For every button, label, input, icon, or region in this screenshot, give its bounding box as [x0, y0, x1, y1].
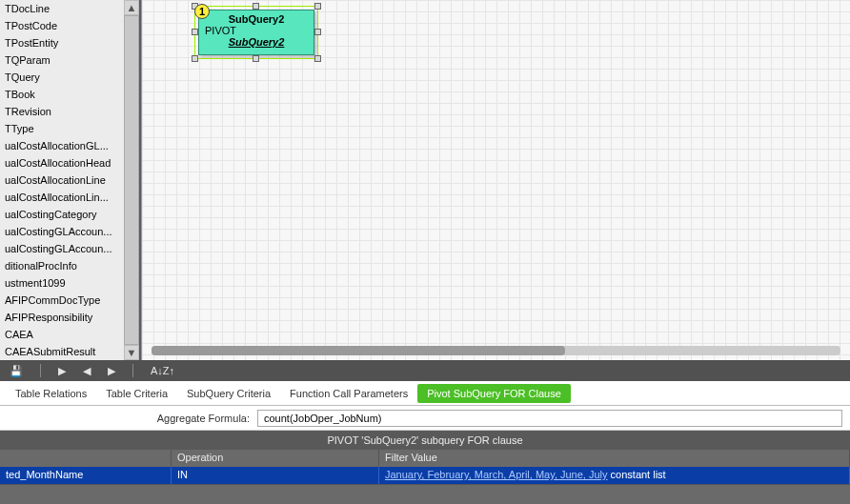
- sidebar-scrollbar[interactable]: ▲ ▼: [124, 0, 139, 360]
- grid-empty-area: [0, 484, 850, 504]
- sidebar-item[interactable]: CAEASubmitResult: [0, 343, 139, 360]
- sidebar-item[interactable]: TDocLine: [0, 0, 139, 17]
- tab[interactable]: Function Call Parameters: [280, 384, 417, 403]
- sidebar-item[interactable]: AFIPResponsibility: [0, 309, 139, 326]
- sort-icon[interactable]: A↓Z↑: [151, 365, 174, 376]
- grid-caption: PIVOT 'SubQuery2' subquery FOR clause: [0, 431, 850, 450]
- aggregate-formula-input[interactable]: [257, 410, 842, 427]
- resize-handle[interactable]: [192, 29, 198, 35]
- sidebar-item[interactable]: TPostCode: [0, 17, 139, 34]
- save-icon[interactable]: 💾: [10, 365, 23, 377]
- sidebar-item[interactable]: TRevision: [0, 103, 139, 120]
- scroll-thumb[interactable]: [124, 15, 139, 345]
- sidebar-item[interactable]: ustment1099: [0, 274, 139, 292]
- sidebar-item[interactable]: TPostEntity: [0, 34, 139, 51]
- run-icon[interactable]: ▶: [58, 365, 66, 377]
- sidebar-item[interactable]: ualCostingCategory: [0, 206, 139, 223]
- node-title: SubQuery2: [199, 10, 314, 25]
- tab[interactable]: Table Criteria: [96, 384, 177, 403]
- node-keyword: PIVOT: [199, 25, 314, 36]
- sidebar-item[interactable]: ualCostAllocationGL...: [0, 137, 139, 154]
- sidebar-item[interactable]: ualCostAllocationLin...: [0, 189, 139, 206]
- grid-cell-operation[interactable]: IN: [172, 467, 379, 484]
- node-subquery-link[interactable]: SubQuery2: [199, 36, 314, 48]
- sidebar-item[interactable]: TQuery: [0, 69, 139, 86]
- grid-cell-field[interactable]: ted_MonthName: [0, 467, 172, 484]
- grid-header-filter-value[interactable]: Filter Value: [379, 450, 850, 467]
- sidebar-item[interactable]: AFIPCommDocType: [0, 292, 139, 309]
- sidebar-item[interactable]: ualCostingGLAccoun...: [0, 223, 139, 240]
- node-index-badge: 1: [194, 4, 210, 19]
- sidebar-item[interactable]: TBook: [0, 86, 139, 103]
- scroll-up-icon[interactable]: ▲: [124, 0, 139, 15]
- resize-handle[interactable]: [253, 3, 259, 10]
- filter-value-tail: constant list: [608, 469, 666, 480]
- sidebar-item[interactable]: ualCostAllocationLine: [0, 171, 139, 189]
- resize-handle[interactable]: [314, 55, 321, 62]
- aggregate-label: Aggregate Formula:: [0, 413, 257, 424]
- resize-handle[interactable]: [253, 55, 259, 62]
- nav-next-icon[interactable]: ▶: [108, 365, 115, 377]
- resize-handle[interactable]: [314, 29, 321, 35]
- grid-row-selected[interactable]: ted_MonthName IN January, February, Marc…: [0, 467, 850, 484]
- tab[interactable]: Pivot SubQuery FOR Clause: [417, 384, 571, 403]
- sidebar-item[interactable]: ualCostAllocationHead: [0, 154, 139, 171]
- sidebar-item[interactable]: CAEA: [0, 326, 139, 343]
- sidebar-item[interactable]: TQParam: [0, 51, 139, 69]
- canvas-scrollbar-horizontal[interactable]: [152, 346, 840, 355]
- pivot-subquery-node[interactable]: 1 SubQuery2 PIVOT SubQuery2: [194, 6, 318, 59]
- scroll-down-icon[interactable]: ▼: [124, 345, 139, 360]
- tab[interactable]: SubQuery Criteria: [177, 384, 280, 403]
- resize-handle[interactable]: [314, 3, 321, 10]
- grid-cell-filter-value[interactable]: January, February, March, April, May, Ju…: [379, 467, 850, 484]
- sidebar-item[interactable]: TType: [0, 120, 139, 137]
- design-canvas[interactable]: 1 SubQuery2 PIVOT SubQuery2: [141, 0, 850, 360]
- sidebar: TDocLineTPostCodeTPostEntityTQParamTQuer…: [0, 0, 141, 360]
- sidebar-item[interactable]: ditionalProcInfo: [0, 257, 139, 274]
- aggregate-row: Aggregate Formula:: [0, 406, 850, 431]
- nav-prev-icon[interactable]: ◀: [83, 365, 91, 377]
- resize-handle[interactable]: [192, 55, 198, 62]
- tab[interactable]: Table Relations: [6, 384, 96, 403]
- grid-header: Operation Filter Value: [0, 450, 850, 467]
- record-nav-bar: 💾 ▶ ◀ ▶ A↓Z↑: [0, 360, 850, 381]
- detail-tabs: Table RelationsTable CriteriaSubQuery Cr…: [0, 381, 850, 406]
- grid-header-field[interactable]: [0, 450, 172, 467]
- sidebar-item[interactable]: ualCostingGLAccoun...: [0, 240, 139, 257]
- grid-header-operation[interactable]: Operation: [172, 450, 379, 467]
- filter-value-link[interactable]: January, February, March, April, May, Ju…: [385, 469, 608, 480]
